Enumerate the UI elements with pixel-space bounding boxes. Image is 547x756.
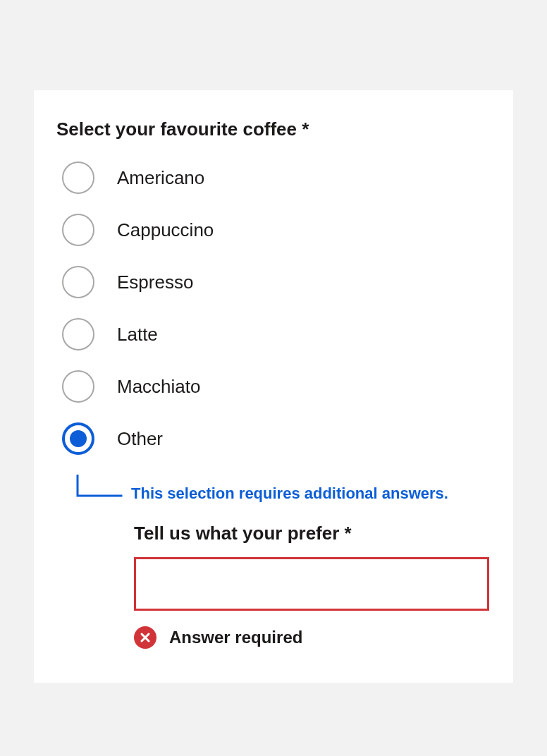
radio-label: Macchiato [117, 376, 201, 398]
radio-option-macchiato[interactable]: Macchiato [62, 370, 491, 403]
sub-question: Tell us what your prefer * Answer requir… [134, 523, 491, 649]
sub-question-title: Tell us what your prefer * [134, 523, 491, 544]
branch-row: This selection requires additional answe… [72, 475, 491, 504]
radio-button[interactable] [62, 214, 94, 246]
radio-button[interactable] [62, 422, 94, 455]
radio-label: Cappuccino [117, 219, 214, 241]
radio-option-americano[interactable]: Americano [62, 161, 491, 194]
radio-label: Latte [117, 324, 158, 346]
error-icon [134, 626, 156, 649]
branch-note: This selection requires additional answe… [131, 484, 448, 504]
radio-label: Espresso [117, 272, 193, 293]
radio-button[interactable] [62, 161, 94, 194]
branch-connector-icon [72, 475, 124, 504]
radio-option-cappuccino[interactable]: Cappuccino [62, 214, 491, 246]
radio-option-other[interactable]: Other [62, 422, 491, 455]
radio-button[interactable] [62, 318, 94, 350]
error-text: Answer required [169, 628, 302, 647]
radio-option-espresso[interactable]: Espresso [62, 266, 491, 298]
radio-button[interactable] [62, 370, 94, 403]
error-row: Answer required [134, 626, 491, 649]
branch-container: This selection requires additional answe… [72, 475, 491, 504]
question-title: Select your favourite coffee * [56, 118, 491, 140]
question-card: Select your favourite coffee * Americano… [34, 90, 513, 683]
sub-question-input[interactable] [134, 557, 489, 611]
radio-label: Other [117, 428, 163, 450]
radio-option-latte[interactable]: Latte [62, 318, 491, 350]
radio-button[interactable] [62, 266, 94, 298]
radio-label: Americano [117, 167, 204, 189]
